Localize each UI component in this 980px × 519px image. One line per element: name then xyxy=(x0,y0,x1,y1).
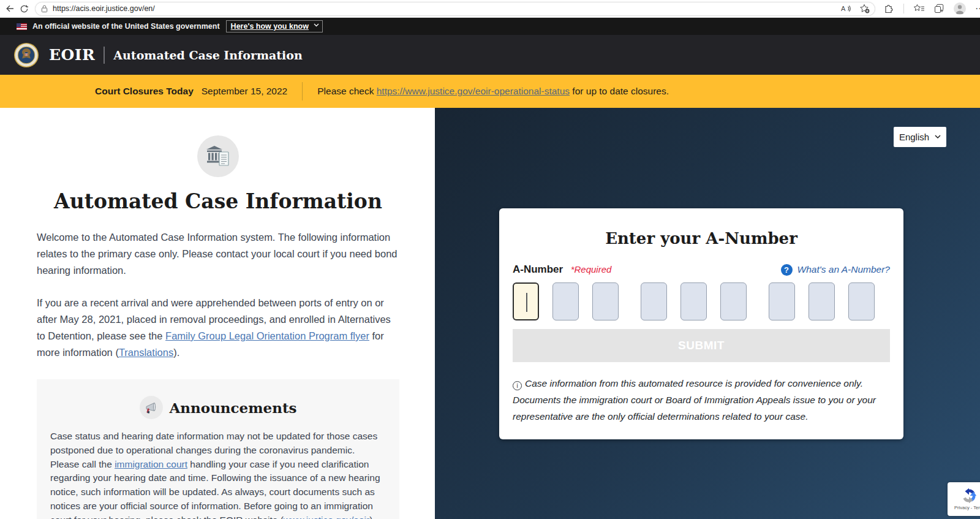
digit-box-8[interactable] xyxy=(809,282,835,320)
browser-toolbar: https://acis.eoir.justice.gov/en/ A ⋯ xyxy=(0,0,980,18)
how-you-know-link[interactable]: Here's how you know xyxy=(226,20,323,32)
alert-divider xyxy=(302,82,303,100)
profile-avatar[interactable] xyxy=(954,2,966,15)
digit-box-2[interactable] xyxy=(552,282,579,320)
announcements-title: Announcements xyxy=(170,400,297,416)
recaptcha-logo xyxy=(961,488,977,504)
collections-icon[interactable] xyxy=(934,4,944,13)
gov-banner-text: An official website of the United States… xyxy=(32,22,220,31)
doj-seal xyxy=(13,42,39,68)
closure-message: Please check https://www.justice.gov/eoi… xyxy=(317,86,669,97)
announcements-section: Announcements Case status and hearing da… xyxy=(37,379,399,519)
refresh-icon[interactable] xyxy=(20,1,29,17)
disclaimer-text: iCase information from this automated re… xyxy=(513,375,890,425)
select-chevron-icon xyxy=(935,135,941,139)
lock-icon xyxy=(40,4,48,13)
card-title: Enter your A-Number xyxy=(513,229,890,248)
toolbar-divider xyxy=(903,4,904,13)
read-aloud-icon[interactable]: A xyxy=(841,4,851,13)
submit-button[interactable]: SUBMIT xyxy=(513,329,890,362)
recaptcha-badge[interactable]: Privacy - Term xyxy=(948,482,980,516)
page-title: Automated Case Information xyxy=(37,189,399,213)
app-title: Automated Case Information xyxy=(113,48,302,62)
add-favorite-icon[interactable] xyxy=(859,4,870,13)
header-divider xyxy=(104,47,105,64)
intro-paragraph-2: If you are a recent arrival and were app… xyxy=(37,295,399,361)
flyer-link[interactable]: Family Group Legal Orientation Program f… xyxy=(165,330,369,341)
info-icon: i xyxy=(513,381,522,390)
extensions-icon[interactable] xyxy=(884,4,894,14)
digit-box-1[interactable] xyxy=(513,282,539,320)
required-badge: *Required xyxy=(571,264,612,275)
language-select[interactable]: English xyxy=(894,127,946,147)
agency-name: EOIR xyxy=(49,46,95,64)
us-flag-icon xyxy=(17,23,27,30)
courthouse-icon xyxy=(206,145,230,168)
lookup-panel: English Enter your A-Number A-Number *Re… xyxy=(435,108,980,519)
url-text: https://acis.eoir.justice.gov/en/ xyxy=(53,4,841,13)
back-icon[interactable] xyxy=(5,1,15,17)
translations-link[interactable]: Translations xyxy=(119,347,173,358)
address-bar[interactable]: https://acis.eoir.justice.gov/en/ A xyxy=(35,2,875,16)
megaphone-icon xyxy=(140,396,163,419)
usa-gov-banner: An official website of the United States… xyxy=(0,18,980,35)
digit-box-3[interactable] xyxy=(592,282,619,320)
recaptcha-privacy-terms[interactable]: Privacy - Term xyxy=(954,505,980,510)
courthouse-badge xyxy=(197,135,239,177)
info-panel: Automated Case Information Welcome to th… xyxy=(0,108,435,519)
announcements-body: Case status and hearing date information… xyxy=(50,430,386,519)
intro-paragraph-1: Welcome to the Automated Case Informatio… xyxy=(37,229,399,279)
court-closures-banner: Court Closures Today September 15, 2022 … xyxy=(0,75,980,108)
language-value: English xyxy=(899,132,929,142)
digit-box-6[interactable] xyxy=(720,282,747,320)
digit-box-9[interactable] xyxy=(848,282,875,320)
question-icon: ? xyxy=(781,264,793,276)
chevron-down-icon xyxy=(314,23,319,27)
a-number-label-group: A-Number *Required xyxy=(513,263,611,276)
eoir-website-link[interactable]: www.justice.gov/eoir xyxy=(284,515,369,519)
digit-box-7[interactable] xyxy=(769,282,795,320)
favorites-icon[interactable] xyxy=(913,4,925,13)
text-caret xyxy=(526,293,527,312)
main-content: Automated Case Information Welcome to th… xyxy=(0,108,980,519)
svg-text:A: A xyxy=(841,5,846,12)
closure-date: September 15, 2022 xyxy=(202,86,287,97)
whats-a-number-help[interactable]: ? What's an A-Number? xyxy=(781,264,890,276)
anumber-input-row xyxy=(513,282,890,320)
a-number-card: Enter your A-Number A-Number *Required ?… xyxy=(499,208,903,439)
help-link-text: What's an A-Number? xyxy=(797,264,890,275)
site-header: EOIR Automated Case Information xyxy=(0,35,980,75)
immigration-court-link[interactable]: immigration court xyxy=(115,459,187,469)
digit-box-5[interactable] xyxy=(680,282,707,320)
digit-box-4[interactable] xyxy=(641,282,667,320)
more-menu-icon[interactable]: ⋯ xyxy=(975,3,980,14)
a-number-label: A-Number xyxy=(513,263,563,275)
operational-status-link[interactable]: https://www.justice.gov/eoir-operational… xyxy=(377,86,570,96)
closure-label: Court Closures Today xyxy=(95,86,194,97)
